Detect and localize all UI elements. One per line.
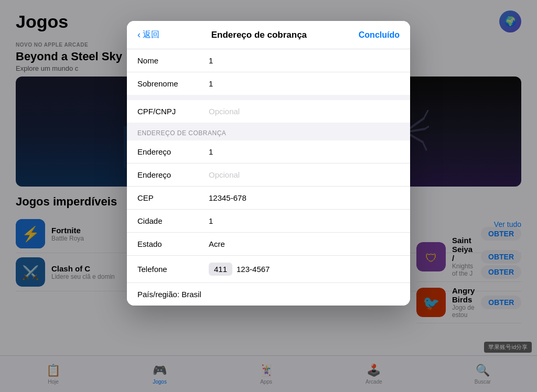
cpf-row[interactable]: CPF/CNPJ Opcional bbox=[127, 100, 410, 123]
form-section-cpf: CPF/CNPJ Opcional bbox=[127, 100, 410, 123]
cep-label: CEP bbox=[137, 193, 200, 202]
sobrenome-label: Sobrenome bbox=[137, 79, 200, 88]
phone-area[interactable]: 411 bbox=[209, 263, 232, 276]
nome-row[interactable]: Nome 1 bbox=[127, 49, 410, 72]
endereco1-row[interactable]: Endereço 1 bbox=[127, 140, 410, 164]
nome-value[interactable]: 1 bbox=[209, 56, 400, 65]
estado-row[interactable]: Estado Acre bbox=[127, 233, 410, 256]
cpf-label: CPF/CNPJ bbox=[137, 107, 200, 116]
modal-header: ‹ 返回 Endereço de cobrança Concluído bbox=[127, 21, 410, 49]
form-section-personal: Nome 1 Sobrenome 1 bbox=[127, 49, 410, 95]
cidade-label: Cidade bbox=[137, 216, 200, 225]
phone-number[interactable]: 123-4567 bbox=[237, 265, 270, 274]
country-value: País/região: Brasil bbox=[137, 290, 201, 299]
back-chevron-icon: ‹ bbox=[137, 29, 141, 40]
done-button[interactable]: Concluído bbox=[359, 30, 400, 40]
back-button[interactable]: ‹ 返回 bbox=[137, 29, 159, 40]
country-row[interactable]: País/região: Brasil bbox=[127, 283, 410, 306]
endereco2-row[interactable]: Endereço Opcional bbox=[127, 164, 410, 187]
billing-address-modal: ‹ 返回 Endereço de cobrança Concluído Nome… bbox=[127, 21, 410, 306]
address-section-label: ENDEREÇO DE COBRANÇA bbox=[137, 129, 226, 137]
form-section-address: Endereço 1 Endereço Opcional CEP 12345-6… bbox=[127, 140, 410, 282]
endereco2-label: Endereço bbox=[137, 170, 200, 179]
address-section-header: ENDEREÇO DE COBRANÇA bbox=[127, 123, 410, 140]
nome-label: Nome bbox=[137, 56, 200, 65]
sobrenome-value[interactable]: 1 bbox=[209, 79, 400, 88]
cpf-value[interactable]: Opcional bbox=[209, 107, 400, 116]
back-label: 返回 bbox=[143, 29, 159, 40]
endereco2-value[interactable]: Opcional bbox=[209, 170, 400, 179]
cidade-value[interactable]: 1 bbox=[209, 216, 400, 225]
estado-label: Estado bbox=[137, 239, 200, 248]
cep-row[interactable]: CEP 12345-678 bbox=[127, 187, 410, 210]
modal-title: Endereço de cobrança bbox=[211, 30, 307, 40]
cep-value[interactable]: 12345-678 bbox=[209, 193, 400, 202]
endereco1-value[interactable]: 1 bbox=[209, 147, 400, 156]
modal-overlay: ‹ 返回 Endereço de cobrança Concluído Nome… bbox=[0, 0, 537, 392]
phone-fields: 411 123-4567 bbox=[209, 263, 400, 276]
cidade-row[interactable]: Cidade 1 bbox=[127, 210, 410, 233]
estado-value[interactable]: Acre bbox=[209, 239, 400, 248]
sobrenome-row[interactable]: Sobrenome 1 bbox=[127, 72, 410, 95]
endereco1-label: Endereço bbox=[137, 147, 200, 156]
telefone-row[interactable]: Telefone 411 123-4567 bbox=[127, 256, 410, 282]
section-divider-top bbox=[127, 95, 410, 100]
telefone-label: Telefone bbox=[137, 265, 200, 274]
